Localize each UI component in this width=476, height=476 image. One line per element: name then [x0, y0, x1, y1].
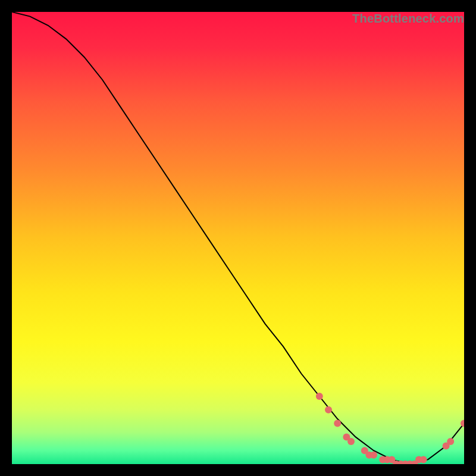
bottleneck-curve — [12, 12, 464, 464]
highlight-marker — [370, 452, 377, 459]
highlight-marker — [461, 420, 464, 427]
highlight-marker — [316, 393, 323, 400]
line-layer — [12, 12, 464, 464]
highlight-markers — [316, 393, 464, 464]
highlight-marker — [325, 406, 332, 414]
plot-area: TheBottleneck.com — [12, 12, 464, 464]
watermark-text: TheBottleneck.com — [352, 12, 464, 26]
highlight-marker — [420, 456, 427, 463]
highlight-marker — [334, 420, 341, 427]
highlight-marker — [347, 438, 355, 445]
highlight-marker — [447, 438, 454, 445]
chart-stage: TheBottleneck.com — [0, 0, 476, 476]
